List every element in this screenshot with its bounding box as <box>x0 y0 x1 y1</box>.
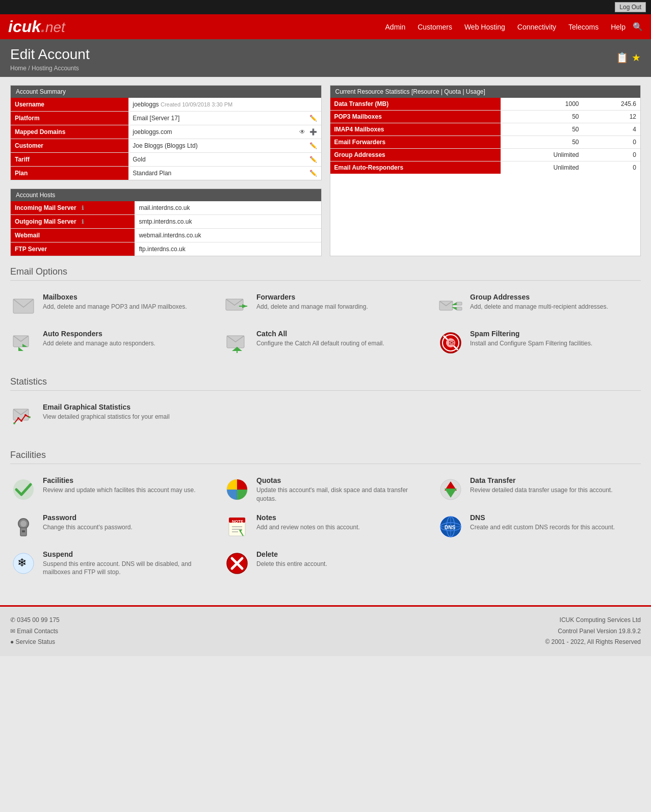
option-mailboxes[interactable]: Mailboxes Add, delete and manage POP3 an… <box>10 293 214 319</box>
page-header: Edit Account Home / Hosting Accounts 📋 ★ <box>0 39 651 77</box>
value-customer: Joe Bloggs (Bloggs Ltd) ✏️ <box>128 139 321 153</box>
dns-icon: DNS <box>437 513 464 540</box>
table-row: Mapped Domains joebloggs.com 👁 ➕ <box>11 125 321 139</box>
suspend-desc: Suspend this entire account. DNS will be… <box>43 560 214 577</box>
autoresponders-desc: Add delete and manage auto responders. <box>43 339 155 348</box>
nav-telecoms[interactable]: Telecoms <box>563 21 604 33</box>
footer-company: ICUK Computing Services Ltd <box>545 615 641 626</box>
email-stats-icon <box>10 403 37 429</box>
option-password[interactable]: Password Change this account's password. <box>10 513 214 540</box>
label-plan: Plan <box>11 167 128 180</box>
label-incoming-mail: Incoming Mail Server ℹ <box>11 201 135 215</box>
main-nav: Admin Customers Web Hosting Connectivity… <box>380 21 643 33</box>
option-forwarders[interactable]: Forwarders Add, delete and manage mail f… <box>224 293 427 319</box>
svg-text:❄: ❄ <box>17 556 27 569</box>
option-email-stats[interactable]: Email Graphical Statistics View detailed… <box>10 403 214 429</box>
footer-email[interactable]: ✉ Email Contacts <box>10 626 60 637</box>
summary-stats-row: Account Summary Username joebloggs Creat… <box>10 85 641 256</box>
forwarders-desc: Add, delete and manage mail forwarding. <box>256 303 368 311</box>
data-transfer-text: Data Transfer Review detailed data trans… <box>470 476 613 495</box>
stat-usage-data-transfer: 245.6 <box>583 98 641 111</box>
password-text: Password Change this account's password. <box>43 513 133 532</box>
resource-stats-card: Current Resource Statistics [Resource | … <box>330 85 641 256</box>
delete-desc: Delete this entire account. <box>256 560 327 569</box>
nav-connectivity[interactable]: Connectivity <box>512 21 561 33</box>
facilities-item-desc: Review and update which facilites this a… <box>43 486 196 495</box>
view-domain-button[interactable]: 👁 <box>299 128 305 136</box>
breadcrumb: Home / Hosting Accounts <box>10 65 90 72</box>
svg-rect-7 <box>457 302 462 305</box>
option-facilities[interactable]: Facilities Review and update which facil… <box>10 476 214 503</box>
search-icon[interactable]: 🔍 <box>633 22 643 32</box>
edit-plan-button[interactable]: ✏️ <box>309 170 317 177</box>
notes-text: Notes Add and review notes on this accou… <box>256 513 360 532</box>
svg-rect-34 <box>22 530 25 532</box>
value-platform: Email [Server 17] ✏️ <box>128 112 321 125</box>
delete-title: Delete <box>256 550 327 558</box>
logo: icuk.net <box>8 17 65 36</box>
svg-text:NOTE: NOTE <box>232 519 244 524</box>
email-options-title: Email Options <box>10 266 641 281</box>
group-addresses-text: Group Addresses Add, delete and manage m… <box>470 293 608 311</box>
edit-platform-button[interactable]: ✏️ <box>309 115 317 122</box>
option-autoresponders[interactable]: Auto Responders Add delete and manage au… <box>10 330 214 356</box>
nav-admin[interactable]: Admin <box>380 21 411 33</box>
autoresponders-text: Auto Responders Add delete and manage au… <box>43 330 155 348</box>
label-ftp: FTP Server <box>11 242 135 256</box>
edit-tariff-button[interactable]: ✏️ <box>309 156 317 163</box>
option-dns[interactable]: DNS DNS Create and edit custom DNS recor… <box>437 513 641 540</box>
svg-point-24 <box>24 414 27 416</box>
add-domain-button[interactable]: ➕ <box>309 128 317 136</box>
page-icon-star[interactable]: ★ <box>632 51 641 64</box>
delete-text: Delete Delete this entire account. <box>256 550 327 569</box>
logout-button[interactable]: Log Out <box>615 2 646 12</box>
facilities-title: Facilities <box>10 450 641 464</box>
nav-customers[interactable]: Customers <box>412 21 457 33</box>
notes-desc: Add and review notes on this account. <box>256 523 360 532</box>
nav-help[interactable]: Help <box>606 21 631 33</box>
label-webmail: Webmail <box>11 229 135 242</box>
stats-table: Data Transfer (MB) 1000 245.6 POP3 Mailb… <box>330 98 641 174</box>
svg-point-22 <box>17 417 19 419</box>
password-title: Password <box>43 513 133 522</box>
password-icon <box>10 513 37 540</box>
email-stats-text: Email Graphical Statistics View detailed… <box>43 403 170 421</box>
table-row: Tariff Gold ✏️ <box>11 153 321 167</box>
nav-webhosting[interactable]: Web Hosting <box>459 21 510 33</box>
breadcrumb-home[interactable]: Home <box>10 65 27 72</box>
table-row: IMAP4 Mailboxes 50 4 <box>330 123 641 136</box>
dns-desc: Create and edit custom DNS records for t… <box>470 523 615 532</box>
option-notes[interactable]: NOTE Notes Add and review notes on this … <box>224 513 427 540</box>
option-quotas[interactable]: Quotas Update this account's mail, disk … <box>224 476 427 503</box>
option-catch-all[interactable]: Catch All Configure the Catch All defaul… <box>224 330 427 356</box>
option-delete[interactable]: Delete Delete this entire account. <box>224 550 427 577</box>
quotas-text: Quotas Update this account's mail, disk … <box>256 476 427 503</box>
table-row: Email Auto-Responders Unlimited 0 <box>330 161 641 174</box>
data-transfer-desc: Review detailed data transfer usage for … <box>470 486 613 495</box>
spam-filtering-title: Spam Filtering <box>470 330 592 338</box>
table-row: Plan Standard Plan ✏️ <box>11 167 321 180</box>
option-group-addresses[interactable]: Group Addresses Add, delete and manage m… <box>437 293 641 319</box>
option-data-transfer[interactable]: Data Transfer Review detailed data trans… <box>437 476 641 503</box>
main-header: icuk.net Admin Customers Web Hosting Con… <box>0 14 651 39</box>
stat-label-imap4: IMAP4 Mailboxes <box>330 123 501 136</box>
catch-all-desc: Configure the Catch All default routing … <box>256 339 384 348</box>
suspend-text: Suspend Suspend this entire account. DNS… <box>43 550 214 577</box>
info-icon-outgoing[interactable]: ℹ <box>82 219 84 225</box>
footer-status[interactable]: ● Service Status <box>10 637 60 648</box>
catch-all-title: Catch All <box>256 330 384 338</box>
svg-point-21 <box>13 422 15 424</box>
edit-customer-button[interactable]: ✏️ <box>309 142 317 149</box>
option-suspend[interactable]: ❄ Suspend Suspend this entire account. D… <box>10 550 214 577</box>
info-icon-incoming[interactable]: ℹ <box>82 205 84 211</box>
statistics-title: Statistics <box>10 376 641 391</box>
footer-copyright: © 2001 - 2022, All Rights Reserved <box>545 637 641 648</box>
hosts-table: Incoming Mail Server ℹ mail.interdns.co.… <box>11 201 321 256</box>
logo-net: net <box>45 19 65 36</box>
option-spam-filtering[interactable]: ✉ Spam Filtering Install and Configure S… <box>437 330 641 356</box>
quotas-title: Quotas <box>256 476 427 484</box>
table-row: POP3 Mailboxes 50 12 <box>330 111 641 123</box>
value-incoming-mail: mail.interdns.co.uk <box>135 201 321 215</box>
breadcrumb-current[interactable]: Hosting Accounts <box>32 65 79 72</box>
page-icon-1[interactable]: 📋 <box>616 51 629 64</box>
